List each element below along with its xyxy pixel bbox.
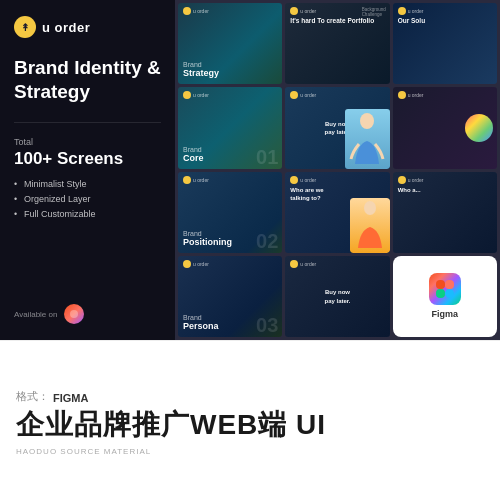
slide-our-sol: u order Our Solu <box>393 3 497 84</box>
who-talking-text: Who are wetalking to? <box>290 186 323 203</box>
total-label: Total <box>14 137 161 147</box>
format-prefix: 格式： <box>16 389 49 404</box>
logo-row: ↟ u order <box>14 16 161 38</box>
slide-logo-9: u order <box>398 176 424 184</box>
slide-logo-2: u order <box>290 7 316 15</box>
person-image-2 <box>350 198 390 253</box>
format-value: FIGMA <box>53 392 88 404</box>
available-text: Available on <box>14 310 57 319</box>
logo-dot-3 <box>398 7 406 15</box>
top-section: ↟ u order Brand Identity & Strategy Tota… <box>0 0 500 340</box>
who-are-text: Who a... <box>398 186 421 194</box>
slide-brand-positioning: u order Brand Positioning 02 <box>178 172 282 253</box>
slide-who-are: u order Who a... <box>393 172 497 253</box>
slide-hard-create: u order It's hard To create Portfolio Ba… <box>285 3 389 84</box>
logo-dot-11 <box>290 260 298 268</box>
buy-text-2: Buy nowpay later. <box>324 288 350 305</box>
figma-badge-label: Figma <box>432 309 459 319</box>
slide-logo-7: u order <box>183 176 209 184</box>
slide-logo-5: u order <box>290 91 316 99</box>
logo-dot-6 <box>398 91 406 99</box>
slide-logo-1: u order <box>183 7 209 15</box>
persona-number: 03 <box>256 315 278 335</box>
svg-point-2 <box>364 201 376 215</box>
slide-grid: u order Brand Strategy u order It's hard… <box>175 0 500 340</box>
logo-dot-8 <box>290 176 298 184</box>
svg-rect-3 <box>436 280 445 289</box>
person-image-1 <box>345 109 390 169</box>
slide-strategy: u order Brand Strategy <box>178 3 282 84</box>
logo-dot-9 <box>398 176 406 184</box>
logo-icon: ↟ <box>14 16 36 38</box>
big-chinese-title: 企业品牌推广WEB端 UI <box>16 410 484 441</box>
person-svg <box>345 109 390 169</box>
slide-buy-now-1: u order Buy nowpay later. <box>285 87 389 168</box>
feature-2: Orgenized Layer <box>14 194 161 204</box>
svg-rect-4 <box>445 280 454 289</box>
background-label: BackgroundChallenge <box>362 7 386 17</box>
slide-logo-6: u order <box>398 91 424 99</box>
positioning-number: 02 <box>256 231 278 251</box>
slide-logo-3: u order <box>398 7 424 15</box>
color-orb <box>465 114 493 142</box>
figma-small-icon[interactable] <box>64 304 84 324</box>
slide-brand-persona: u order Brand Persona 03 <box>178 256 282 337</box>
hard-create-text: It's hard To create Portfolio <box>290 17 384 25</box>
figma-badge-icon <box>429 273 461 305</box>
our-sol-text: Our Solu <box>398 17 492 25</box>
positioning-label: Brand Positioning <box>183 230 232 247</box>
feature-1: Minimalist Style <box>14 179 161 189</box>
persona-label: Brand Persona <box>183 314 219 331</box>
svg-point-6 <box>445 289 454 298</box>
logo-text: u order <box>42 20 90 35</box>
slide-logo-11: u order <box>290 260 316 268</box>
core-label: Brand Core <box>183 146 204 163</box>
screens-count: 100+ Screens <box>14 149 161 169</box>
slide-buy-now-2: u order Buy nowpay later. <box>285 256 389 337</box>
svg-point-0 <box>70 310 78 318</box>
logo-dot-5 <box>290 91 298 99</box>
figma-logo-svg <box>434 278 456 300</box>
logo-dot <box>183 7 191 15</box>
features-list: Minimalist Style Orgenized Layer Full Cu… <box>14 179 161 224</box>
left-panel: ↟ u order Brand Identity & Strategy Tota… <box>0 0 175 340</box>
slide-brand-core: u order Brand Core 01 <box>178 87 282 168</box>
divider <box>14 122 161 123</box>
logo-dot-4 <box>183 91 191 99</box>
slide-logo-4: u order <box>183 91 209 99</box>
main-title: Brand Identity & Strategy <box>14 56 161 104</box>
feature-3: Full Customizable <box>14 209 161 219</box>
format-row: 格式： FIGMA <box>16 389 484 406</box>
bottom-section: 格式： FIGMA 企业品牌推广WEB端 UI HAODUO SOURCE MA… <box>0 340 500 500</box>
person-svg-2 <box>350 198 390 253</box>
logo-dot-7 <box>183 176 191 184</box>
core-number: 01 <box>256 147 278 167</box>
figma-icon <box>69 309 79 319</box>
slide-figma-badge: Figma <box>393 256 497 337</box>
logo-dot-2 <box>290 7 298 15</box>
source-label: HAODUO SOURCE MATERIAL <box>16 447 484 456</box>
strategy-label: Brand Strategy <box>183 61 219 78</box>
slide-who-talking: u order Who are wetalking to? <box>285 172 389 253</box>
svg-rect-5 <box>436 289 445 298</box>
slide-logo-8: u order <box>290 176 316 184</box>
logo-dot-10 <box>183 260 191 268</box>
svg-point-1 <box>360 113 374 129</box>
slide-colorful: u order <box>393 87 497 168</box>
available-row: Available on <box>14 304 161 324</box>
slide-logo-10: u order <box>183 260 209 268</box>
